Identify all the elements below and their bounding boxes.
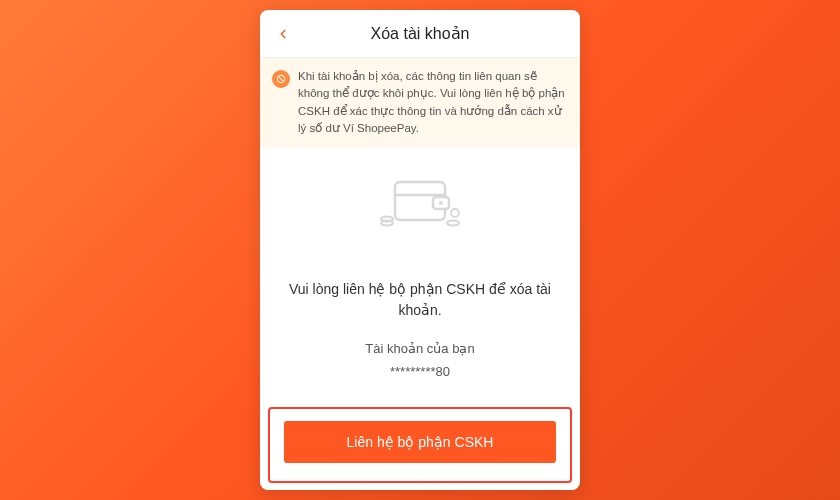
warning-text: Khi tài khoản bị xóa, các thông tin liên… [298,68,568,137]
phone-screen: Xóa tài khoản Khi tài khoản bị xóa, các … [260,10,580,490]
instruction-text: Vui lòng liên hệ bộ phận CSKH để xóa tài… [280,279,560,321]
header: Xóa tài khoản [260,10,580,58]
page-title: Xóa tài khoản [272,24,568,43]
cta-highlight-box: Liên hệ bộ phận CSKH [268,407,572,483]
svg-point-5 [447,221,459,226]
wallet-icon [375,167,465,241]
back-button[interactable] [272,23,294,45]
account-masked-value: *********80 [390,364,450,379]
svg-point-4 [381,217,393,222]
chevron-left-icon [276,27,290,41]
svg-point-2 [439,201,443,205]
warning-icon [272,70,290,88]
content-area: Vui lòng liên hệ bộ phận CSKH để xóa tài… [260,147,580,407]
warning-banner: Khi tài khoản bị xóa, các thông tin liên… [260,58,580,147]
contact-support-button[interactable]: Liên hệ bộ phận CSKH [284,421,556,463]
account-label: Tài khoản của bạn [365,341,474,356]
svg-point-6 [451,209,459,217]
